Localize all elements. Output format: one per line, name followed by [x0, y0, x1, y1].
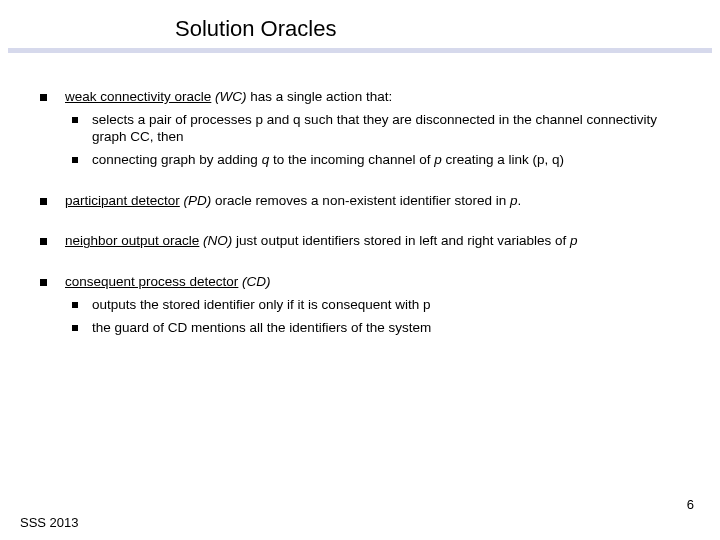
square-bullet-icon: [40, 94, 47, 101]
list-item: participant detector (PD) oracle removes…: [40, 193, 680, 210]
slide-body: weak connectivity oracle (WC) has a sing…: [0, 53, 720, 337]
subitem-text: the guard of CD mentions all the identif…: [92, 320, 680, 337]
square-bullet-icon: [72, 325, 78, 331]
item-text: weak connectivity oracle (WC) has a sing…: [65, 89, 680, 106]
square-bullet-icon: [72, 157, 78, 163]
square-bullet-icon: [72, 302, 78, 308]
footer-label: SSS 2013: [20, 515, 79, 530]
subitem-text: connecting graph by adding q to the inco…: [92, 152, 680, 169]
item-text: participant detector (PD) oracle removes…: [65, 193, 680, 210]
list-item: weak connectivity oracle (WC) has a sing…: [40, 89, 680, 169]
square-bullet-icon: [40, 198, 47, 205]
list-item: neighbor output oracle (NO) just output …: [40, 233, 680, 250]
square-bullet-icon: [72, 117, 78, 123]
slide-title: Solution Oracles: [0, 0, 720, 48]
item-text: consequent process detector (CD): [65, 274, 680, 291]
square-bullet-icon: [40, 238, 47, 245]
subitem-text: outputs the stored identifier only if it…: [92, 297, 680, 314]
item-text: neighbor output oracle (NO) just output …: [65, 233, 680, 250]
list-item: consequent process detector (CD) outputs…: [40, 274, 680, 337]
subitem-text: selects a pair of processes p and q such…: [92, 112, 680, 146]
square-bullet-icon: [40, 279, 47, 286]
page-number: 6: [687, 497, 694, 512]
